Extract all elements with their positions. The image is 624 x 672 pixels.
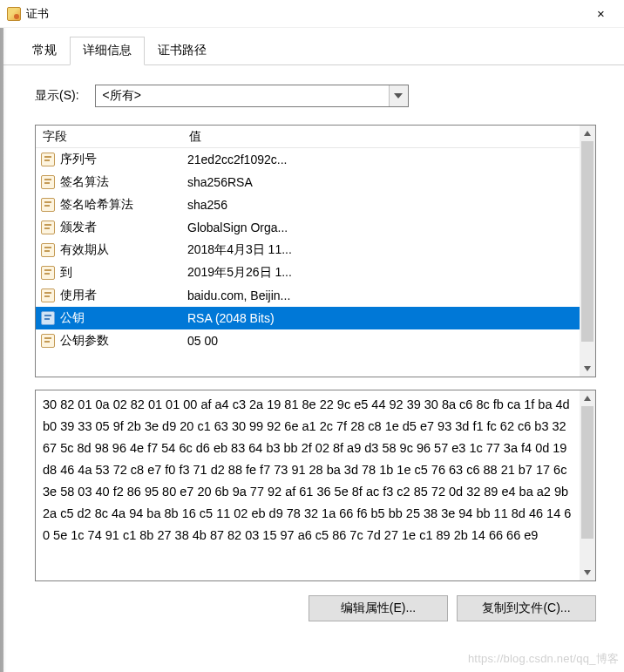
table-row[interactable]: 签名哈希算法sha256 — [36, 193, 595, 216]
show-row: 显示(S): <所有> — [3, 65, 624, 125]
hex-scrollbar[interactable] — [580, 390, 595, 580]
show-label: 显示(S): — [35, 88, 79, 104]
field-cell: 到 — [36, 265, 182, 281]
close-button[interactable]: × — [581, 2, 621, 26]
chevron-down-icon — [389, 85, 408, 106]
field-label: 到 — [60, 265, 72, 281]
scroll-thumb[interactable] — [581, 141, 593, 342]
field-icon — [41, 198, 55, 212]
show-selected-value: <所有> — [103, 88, 141, 104]
list-column-value[interactable]: 值 — [182, 126, 595, 147]
table-row[interactable]: 签名算法sha256RSA — [36, 171, 595, 193]
table-row[interactable]: 使用者baidu.com, Beijin... — [36, 284, 595, 307]
field-icon — [41, 243, 55, 257]
field-label: 公钥 — [60, 310, 85, 326]
show-select[interactable]: <所有> — [95, 85, 409, 107]
field-icon — [41, 288, 55, 302]
button-row: 编辑属性(E)... 复制到文件(C)... — [3, 595, 624, 621]
field-icon — [41, 221, 55, 234]
value-cell: baidu.com, Beijin... — [182, 288, 595, 302]
field-icon — [41, 175, 55, 189]
scroll-up-icon[interactable] — [580, 126, 595, 141]
field-icon — [41, 334, 55, 348]
scroll-up-icon[interactable] — [580, 390, 595, 406]
hex-text[interactable]: 30 82 01 0a 02 82 01 01 00 af a4 c3 2a 1… — [36, 390, 595, 580]
scroll-down-icon[interactable] — [580, 565, 595, 580]
field-cell: 颁发者 — [36, 220, 182, 235]
field-label: 签名哈希算法 — [60, 197, 133, 213]
value-cell: GlobalSign Orga... — [182, 221, 595, 234]
table-row[interactable]: 颁发者GlobalSign Orga... — [36, 216, 595, 239]
dialog-body: 常规 详细信息 证书路径 显示(S): <所有> 字段 值 序列号21ed2cc… — [0, 28, 624, 672]
list-column-field[interactable]: 字段 — [36, 126, 182, 147]
list-header: 字段 值 — [36, 126, 595, 148]
field-icon — [41, 311, 55, 325]
edit-properties-button[interactable]: 编辑属性(E)... — [309, 595, 448, 621]
field-label: 序列号 — [60, 152, 97, 167]
field-cell: 公钥 — [36, 310, 182, 326]
value-cell: sha256RSA — [182, 175, 595, 189]
field-cell: 签名哈希算法 — [36, 197, 182, 213]
field-cell: 有效期从 — [36, 242, 182, 258]
list-scrollbar[interactable] — [580, 126, 595, 377]
field-icon — [41, 266, 55, 280]
value-cell: sha256 — [182, 198, 595, 212]
close-icon: × — [597, 6, 605, 21]
table-row[interactable]: 公钥RSA (2048 Bits) — [36, 307, 595, 329]
field-label: 使用者 — [60, 288, 97, 303]
field-cell: 序列号 — [36, 152, 182, 167]
value-cell: 05 00 — [182, 334, 595, 348]
title-bar: 证书 × — [0, 0, 624, 28]
tab-details[interactable]: 详细信息 — [70, 37, 145, 65]
field-icon — [41, 153, 55, 166]
tabs: 常规 详细信息 证书路径 — [3, 28, 624, 65]
tab-general[interactable]: 常规 — [19, 37, 70, 64]
field-cell: 使用者 — [36, 288, 182, 303]
value-cell: 2019年5月26日 1... — [182, 265, 595, 281]
certificate-icon — [7, 7, 21, 21]
list-body: 序列号21ed2cc2f1092c...签名算法sha256RSA签名哈希算法s… — [36, 148, 595, 352]
field-cell: 公钥参数 — [36, 333, 182, 349]
table-row[interactable]: 到2019年5月26日 1... — [36, 261, 595, 284]
scroll-thumb[interactable] — [581, 406, 593, 539]
scroll-down-icon[interactable] — [580, 361, 595, 377]
field-label: 有效期从 — [60, 242, 109, 258]
field-label: 颁发者 — [60, 220, 97, 235]
field-cell: 签名算法 — [36, 174, 182, 190]
field-label: 公钥参数 — [60, 333, 109, 349]
field-list: 字段 值 序列号21ed2cc2f1092c...签名算法sha256RSA签名… — [35, 125, 596, 377]
value-cell: RSA (2048 Bits) — [182, 311, 595, 325]
tab-cert-path[interactable]: 证书路径 — [145, 37, 220, 64]
field-label: 签名算法 — [60, 174, 109, 190]
hex-panel: 30 82 01 0a 02 82 01 01 00 af a4 c3 2a 1… — [35, 390, 596, 581]
value-cell: 21ed2cc2f1092c... — [182, 153, 595, 166]
window-title: 证书 — [26, 6, 581, 22]
table-row[interactable]: 有效期从2018年4月3日 11... — [36, 239, 595, 261]
table-row[interactable]: 序列号21ed2cc2f1092c... — [36, 148, 595, 171]
table-row[interactable]: 公钥参数05 00 — [36, 329, 595, 352]
value-cell: 2018年4月3日 11... — [182, 242, 595, 258]
copy-to-file-button[interactable]: 复制到文件(C)... — [457, 595, 596, 621]
